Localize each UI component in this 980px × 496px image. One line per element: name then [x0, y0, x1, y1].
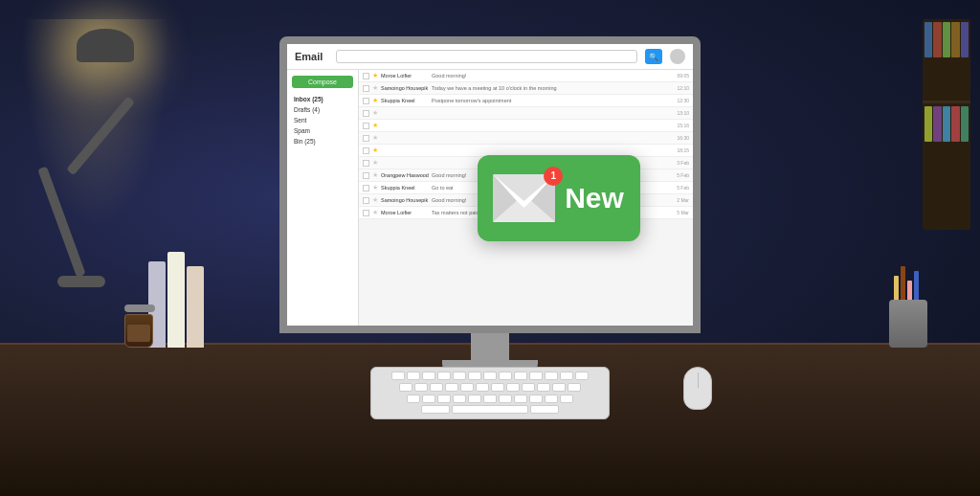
email-sender: Skuppia Kneel: [381, 185, 429, 191]
key: [537, 383, 550, 392]
keyboard: [370, 367, 610, 419]
star-icon[interactable]: ★: [372, 97, 378, 104]
key: [575, 372, 589, 380]
keyboard-row: [375, 395, 605, 404]
sidebar-item-spam[interactable]: Spam: [292, 125, 353, 136]
email-row[interactable]: ★ 16:30: [359, 132, 693, 145]
email-checkbox[interactable]: [363, 210, 369, 216]
new-email-label: New: [565, 182, 624, 214]
email-row[interactable]: ★ Skuppia Kneel Postpone tomorrow's appo…: [359, 95, 693, 107]
key: [483, 372, 497, 380]
star-icon[interactable]: ★: [372, 84, 378, 92]
key: [430, 383, 443, 392]
email-body: Compose Inbox (25) Drafts (4) Sent Spam …: [287, 70, 693, 326]
star-icon[interactable]: ★: [372, 122, 378, 129]
envelope-icon: 1: [493, 174, 555, 222]
star-icon[interactable]: ★: [372, 171, 378, 179]
email-sender: Orangpew Haswood: [381, 172, 429, 178]
email-date: 16:30: [677, 135, 689, 141]
monitor-screen: Email 🔍 Compose Inbox (25) Drafts (4) Se…: [279, 36, 701, 333]
holder-body: [889, 300, 927, 348]
email-date: 18:15: [677, 147, 689, 153]
bookshelf: [923, 19, 970, 230]
email-checkbox[interactable]: [363, 185, 369, 192]
lamp-head: [77, 29, 134, 62]
search-input[interactable]: [336, 50, 637, 63]
email-app: Email 🔍 Compose Inbox (25) Drafts (4) Se…: [287, 44, 693, 326]
mouse-scroll: [698, 372, 699, 388]
key: [560, 395, 573, 403]
sidebar-item-sent[interactable]: Sent: [292, 115, 353, 125]
notification-badge: 1: [544, 167, 563, 186]
email-checkbox[interactable]: [363, 98, 369, 104]
coffee-cup: [124, 304, 155, 348]
star-icon[interactable]: ★: [372, 159, 378, 167]
lamp-arm-lower: [37, 167, 85, 278]
user-avatar[interactable]: [670, 49, 685, 64]
star-icon[interactable]: ★: [372, 209, 378, 216]
email-date: 12:30: [677, 98, 689, 103]
book: [961, 22, 969, 57]
email-row[interactable]: ★ Moroe Loifier Good morning! 09:05: [359, 70, 693, 82]
email-checkbox[interactable]: [363, 135, 369, 142]
keyboard-row: [375, 372, 605, 381]
email-date: 5 Feb: [677, 185, 689, 191]
key: [422, 395, 435, 403]
search-button[interactable]: 🔍: [645, 49, 662, 64]
sidebar-item-drafts[interactable]: Drafts (4): [292, 104, 353, 115]
email-checkbox[interactable]: [363, 160, 369, 167]
email-sender: Skuppia Kneel: [381, 98, 429, 103]
key-space: [452, 405, 528, 414]
desk-lamp: [29, 19, 144, 287]
key: [545, 372, 558, 380]
star-icon[interactable]: ★: [372, 109, 378, 117]
compose-button[interactable]: Compose: [292, 76, 353, 88]
key: [407, 372, 420, 380]
key: [422, 372, 435, 380]
email-date: 15:16: [677, 123, 689, 128]
star-icon[interactable]: ★: [372, 134, 378, 142]
key: [514, 395, 527, 403]
email-checkbox[interactable]: [363, 197, 369, 204]
sidebar-item-bin[interactable]: Bin (25): [292, 136, 353, 147]
key: [499, 372, 512, 380]
book: [924, 22, 932, 57]
email-checkbox[interactable]: [363, 123, 369, 129]
monitor: Email 🔍 Compose Inbox (25) Drafts (4) Se…: [279, 36, 701, 372]
mouse: [683, 367, 712, 410]
book: [933, 106, 941, 142]
book: [933, 22, 941, 57]
email-list: ★ Moroe Loifier Good morning! 09:05 ★ Sa…: [359, 70, 693, 326]
pencil-2: [901, 266, 905, 304]
key: [568, 383, 581, 392]
email-sender: Moroe Loifier: [381, 210, 429, 215]
email-checkbox[interactable]: [363, 147, 369, 154]
star-icon[interactable]: ★: [372, 196, 378, 204]
cup-sleeve: [127, 325, 150, 342]
email-row[interactable]: ★ Samoingo Housepik Today we have a meet…: [359, 82, 693, 95]
book: [951, 22, 959, 57]
email-row[interactable]: ★ 15:16: [359, 120, 693, 132]
email-subject: Today we have a meeting at 10 o'clock in…: [432, 85, 674, 91]
email-header: Email 🔍: [287, 44, 693, 70]
key: [437, 395, 451, 403]
key: [468, 372, 481, 380]
email-checkbox[interactable]: [363, 85, 369, 92]
email-checkbox[interactable]: [363, 110, 369, 117]
book: [943, 106, 950, 142]
key: [491, 383, 504, 392]
email-checkbox[interactable]: [363, 172, 369, 179]
star-icon[interactable]: ★: [372, 147, 378, 154]
keyboard-row: [375, 405, 605, 415]
key: [560, 372, 573, 380]
sidebar-item-inbox[interactable]: Inbox (25): [292, 94, 353, 104]
star-icon[interactable]: ★: [372, 72, 378, 79]
email-sender: Samoingo Housepik: [381, 85, 429, 91]
key: [391, 372, 405, 380]
star-icon[interactable]: ★: [372, 184, 378, 192]
email-row[interactable]: ★ 13:10: [359, 107, 693, 120]
email-checkbox[interactable]: [363, 73, 369, 79]
key: [437, 372, 451, 380]
new-email-notification[interactable]: 1 New: [478, 155, 640, 241]
book: [961, 106, 969, 142]
